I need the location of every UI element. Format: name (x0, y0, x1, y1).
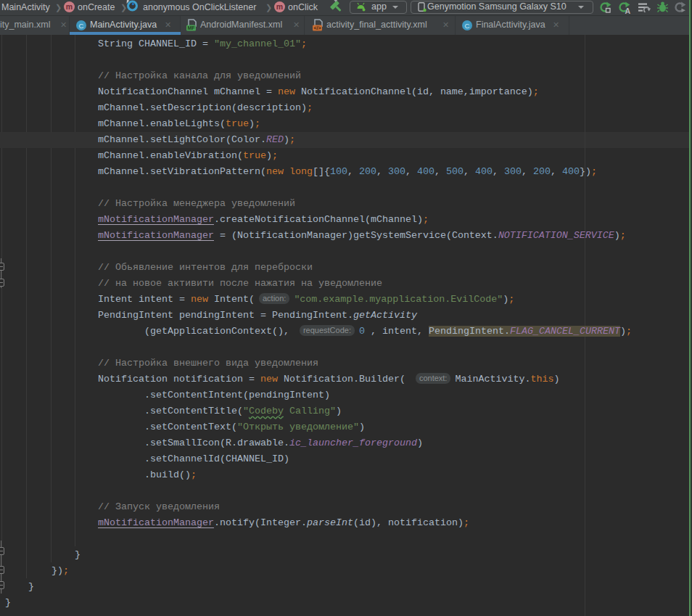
svg-text:C: C (465, 22, 470, 30)
svg-text:</>: </> (313, 25, 321, 30)
svg-text:C: C (79, 22, 84, 30)
svg-text:MF: MF (187, 25, 195, 30)
svg-text:A: A (625, 7, 631, 15)
